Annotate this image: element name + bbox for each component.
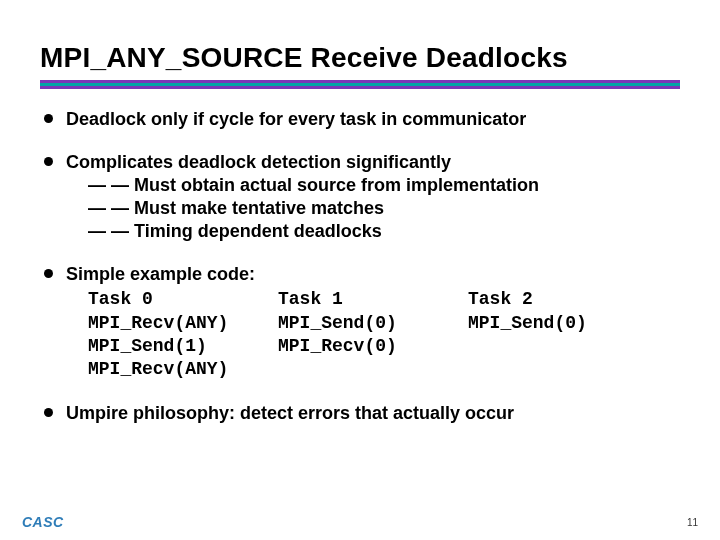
task2-line1: MPI_Send(0)	[468, 312, 658, 335]
bullet-2: Complicates deadlock detection significa…	[40, 151, 680, 243]
example-code: Task 0 MPI_Recv(ANY) MPI_Send(1) MPI_Rec…	[88, 288, 680, 382]
bullet-list: Deadlock only if cycle for every task in…	[40, 108, 680, 425]
bullet-4: Umpire philosophy: detect errors that ac…	[40, 402, 680, 425]
example-col-3: Task 2 MPI_Send(0)	[468, 288, 658, 382]
task0-line2: MPI_Send(1)	[88, 335, 278, 358]
slide: MPI_ANY_SOURCE Receive Deadlocks Deadloc…	[0, 0, 720, 540]
bullet-1: Deadlock only if cycle for every task in…	[40, 108, 680, 131]
example-col-2: Task 1 MPI_Send(0) MPI_Recv(0)	[278, 288, 468, 382]
task1-line1: MPI_Send(0)	[278, 312, 468, 335]
bullet-2-sub-3: — Timing dependent deadlocks	[88, 220, 680, 243]
bullet-4-text: Umpire philosophy: detect errors that ac…	[66, 403, 514, 423]
task0-header: Task 0	[88, 288, 278, 311]
bullet-3: Simple example code: Task 0 MPI_Recv(ANY…	[40, 263, 680, 382]
bullet-1-text: Deadlock only if cycle for every task in…	[66, 109, 526, 129]
bullet-2-sub-2: — Must make tentative matches	[88, 197, 680, 220]
page-title: MPI_ANY_SOURCE Receive Deadlocks	[40, 42, 680, 74]
task1-header: Task 1	[278, 288, 468, 311]
bullet-3-text: Simple example code:	[66, 264, 255, 284]
bullet-2-sub-1: — Must obtain actual source from impleme…	[88, 174, 680, 197]
bullet-2-text: Complicates deadlock detection significa…	[66, 152, 451, 172]
footer-logo-text: CASC	[22, 514, 64, 530]
title-rule	[40, 80, 680, 90]
task0-line3: MPI_Recv(ANY)	[88, 358, 278, 381]
task0-line1: MPI_Recv(ANY)	[88, 312, 278, 335]
task2-header: Task 2	[468, 288, 658, 311]
task1-line2: MPI_Recv(0)	[278, 335, 468, 358]
page-number: 11	[687, 517, 698, 528]
example-col-1: Task 0 MPI_Recv(ANY) MPI_Send(1) MPI_Rec…	[88, 288, 278, 382]
